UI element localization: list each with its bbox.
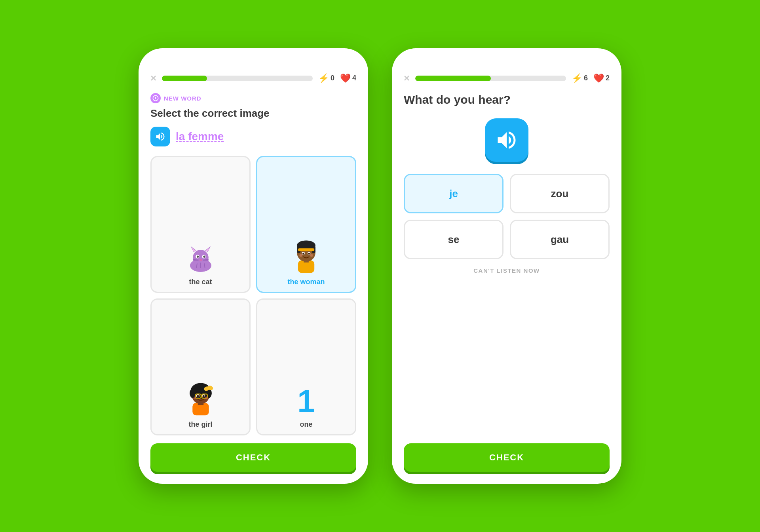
xp-stat-right: ⚡ 6 (572, 73, 588, 84)
card-girl[interactable]: the girl (150, 298, 251, 435)
phone-left: × ⚡ 0 ❤️ 4 ✦ NEW WORD Select the correct… (139, 48, 368, 484)
card-woman[interactable]: the woman (256, 156, 356, 293)
answer-zou-label: zou (551, 188, 569, 200)
progress-fill-left (162, 76, 207, 81)
new-word-text: NEW WORD (164, 95, 201, 102)
top-bar-left: × ⚡ 0 ❤️ 4 (150, 72, 356, 84)
check-button-left[interactable]: CHECK (150, 443, 356, 472)
svg-point-30 (308, 253, 310, 255)
answer-gau[interactable]: gau (510, 220, 610, 259)
svg-line-16 (193, 259, 198, 260)
image-grid: the cat (150, 156, 356, 435)
card-girl-label: the girl (188, 420, 212, 429)
heart-icon-left: ❤️ (340, 73, 351, 84)
answer-zou[interactable]: zou (510, 174, 610, 213)
svg-point-41 (207, 387, 210, 390)
speaker-center (404, 118, 610, 162)
progress-bar-right (415, 76, 566, 81)
hearts-stat-right: ❤️ 2 (593, 73, 610, 84)
xp-value-left: 0 (331, 74, 334, 82)
speaker-button[interactable] (485, 118, 528, 162)
svg-point-11 (203, 256, 205, 258)
lightning-icon-left: ⚡ (318, 73, 329, 84)
cant-listen-text[interactable]: CAN'T LISTEN NOW (404, 267, 610, 274)
word-label: la femme (176, 130, 224, 143)
woman-image (289, 238, 323, 274)
cat-image (183, 244, 218, 274)
progress-fill-right (415, 76, 490, 81)
card-cat[interactable]: the cat (150, 156, 251, 293)
notch-left (230, 48, 277, 59)
check-button-right[interactable]: CHECK (404, 443, 610, 472)
answer-gau-label: gau (551, 234, 569, 246)
phone-right: × ⚡ 6 ❤️ 2 What do you hear? (392, 48, 621, 484)
progress-bar-left (162, 76, 313, 81)
svg-point-31 (299, 254, 302, 257)
close-button-right[interactable]: × (404, 72, 410, 84)
lightning-icon-right: ⚡ (572, 73, 582, 84)
svg-line-18 (203, 259, 208, 260)
answer-grid: je zou se gau (404, 174, 610, 259)
hearts-stat-left: ❤️ 4 (340, 73, 356, 84)
top-bar-right: × ⚡ 6 ❤️ 2 (404, 72, 610, 84)
word-row: la femme (150, 127, 356, 146)
svg-point-29 (302, 253, 304, 255)
card-woman-label: the woman (287, 278, 325, 286)
svg-point-44 (197, 395, 199, 397)
svg-rect-26 (298, 248, 314, 251)
notch-right (483, 48, 530, 59)
xp-value-right: 6 (584, 74, 588, 82)
audio-button-left[interactable] (150, 127, 170, 146)
new-word-icon: ✦ (150, 93, 161, 103)
svg-point-45 (202, 395, 204, 397)
hearts-value-right: 2 (606, 74, 610, 82)
answer-je[interactable]: je (404, 174, 504, 213)
close-button-left[interactable]: × (150, 72, 156, 84)
svg-point-12 (200, 259, 201, 261)
svg-point-49 (194, 397, 196, 399)
card-one[interactable]: 1 one (256, 298, 356, 435)
number-one: 1 (297, 386, 315, 417)
answer-se-label: se (448, 234, 460, 246)
answer-se[interactable]: se (404, 220, 504, 259)
xp-stat-left: ⚡ 0 (318, 73, 334, 84)
new-word-badge: ✦ NEW WORD (150, 93, 356, 103)
question-title-left: Select the correct image (150, 107, 356, 120)
svg-point-32 (310, 254, 313, 257)
svg-point-50 (205, 397, 207, 399)
question-title-right: What do you hear? (404, 93, 610, 106)
card-cat-label: the cat (189, 278, 212, 286)
svg-text:✦: ✦ (154, 96, 157, 100)
girl-image (184, 381, 217, 416)
answer-je-label: je (449, 188, 458, 200)
svg-point-10 (197, 256, 199, 258)
card-one-label: one (300, 420, 312, 429)
hearts-value-left: 4 (352, 74, 356, 82)
heart-icon-right: ❤️ (593, 73, 604, 84)
